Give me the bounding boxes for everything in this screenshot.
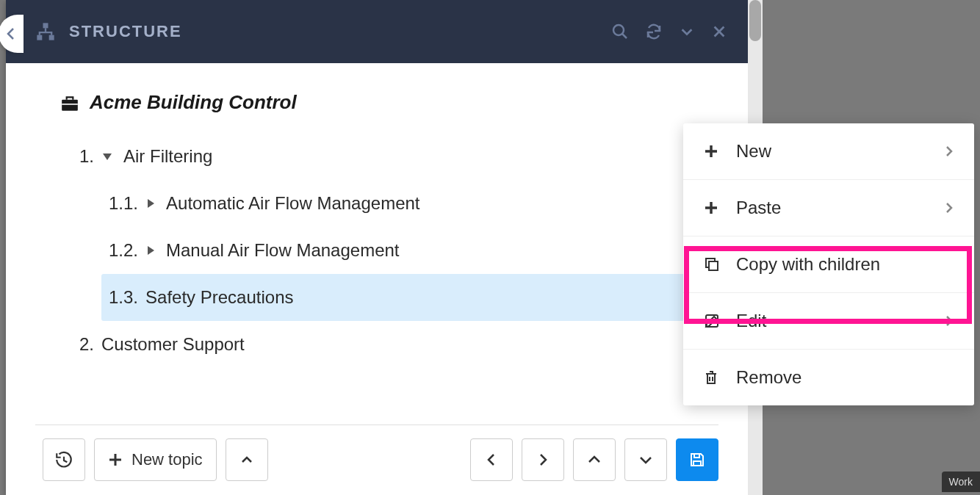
caret-right-icon[interactable] — [145, 198, 156, 209]
svg-rect-4 — [62, 99, 78, 110]
root-title: Acme Building Control — [90, 91, 297, 114]
svg-rect-0 — [43, 23, 48, 28]
caret-right-icon[interactable] — [145, 245, 156, 256]
node-label: Air Filtering — [123, 146, 212, 167]
nav-down-button[interactable] — [624, 438, 667, 481]
briefcase-icon — [60, 94, 79, 112]
new-topic-button[interactable]: New topic — [94, 438, 217, 481]
structure-panel: STRUCTURE — [6, 0, 748, 495]
node-label: Safety Precautions — [145, 287, 293, 308]
node-number: 2. — [79, 334, 94, 355]
nav-next-button[interactable] — [522, 438, 564, 481]
copy-icon — [704, 256, 736, 272]
nav-up-button[interactable] — [573, 438, 616, 481]
node-number: 1.2. — [109, 240, 138, 261]
node-label: Customer Support — [101, 334, 245, 355]
tree-node-1-2[interactable]: 1.2. Manual Air Flow Management — [43, 227, 718, 274]
chevron-right-icon — [945, 145, 954, 158]
tree-node-2[interactable]: 2. Customer Support — [43, 321, 718, 368]
plus-icon — [108, 452, 123, 467]
history-button[interactable] — [43, 438, 85, 481]
panel-title: STRUCTURE — [69, 22, 611, 41]
node-label: Automatic Air Flow Management — [166, 193, 419, 214]
footer-toolbar: New topic — [6, 425, 748, 494]
svg-rect-7 — [694, 454, 699, 458]
trash-icon — [704, 369, 736, 386]
svg-rect-2 — [49, 35, 54, 40]
menu-label: Paste — [736, 198, 945, 218]
structure-icon — [35, 21, 56, 42]
tree-area: Acme Building Control 1. Air Filtering 1… — [6, 63, 748, 408]
menu-item-copy-with-children[interactable]: Copy with children — [683, 236, 974, 293]
menu-item-edit[interactable]: Edit — [683, 293, 974, 350]
svg-rect-1 — [37, 35, 42, 40]
svg-point-3 — [613, 25, 624, 35]
node-number: 1.1. — [109, 193, 138, 214]
new-topic-label: New topic — [131, 450, 203, 469]
root-node[interactable]: Acme Building Control — [43, 85, 718, 133]
menu-item-new[interactable]: New — [683, 123, 974, 180]
collapse-panel-tab[interactable] — [0, 15, 24, 53]
node-number: 1.3. — [109, 287, 138, 308]
refresh-icon[interactable] — [645, 23, 663, 40]
svg-rect-5 — [62, 104, 78, 105]
close-icon[interactable] — [711, 24, 727, 40]
node-label: Manual Air Flow Management — [166, 240, 399, 261]
tree-node-1-3-selected[interactable]: 1.3. Safety Precautions — [101, 274, 718, 321]
menu-item-remove[interactable]: Remove — [683, 350, 974, 405]
svg-rect-6 — [693, 461, 701, 466]
node-number: 1. — [79, 146, 94, 167]
svg-rect-11 — [706, 315, 718, 327]
nav-group — [470, 438, 667, 481]
chevron-right-icon — [945, 201, 954, 214]
menu-label: Remove — [736, 367, 954, 388]
background-badge: Work — [942, 471, 980, 492]
panel-header: STRUCTURE — [6, 0, 748, 63]
menu-label: Edit — [736, 311, 945, 331]
menu-label: New — [736, 141, 945, 162]
header-actions — [611, 23, 727, 40]
plus-icon — [704, 200, 736, 215]
caret-down-icon[interactable] — [101, 151, 113, 162]
context-menu: New Paste Copy with children Edit — [683, 123, 974, 405]
chevron-down-icon[interactable] — [679, 24, 695, 40]
menu-item-paste[interactable]: Paste — [683, 180, 974, 236]
svg-rect-9 — [709, 261, 718, 270]
tree-node-1[interactable]: 1. Air Filtering — [43, 133, 718, 180]
scrollbar-thumb[interactable] — [749, 0, 761, 41]
chevron-right-icon — [945, 314, 954, 328]
new-topic-dropdown[interactable] — [226, 438, 268, 481]
menu-label: Copy with children — [736, 254, 954, 275]
save-button[interactable] — [676, 438, 718, 481]
plus-icon — [704, 144, 736, 159]
search-icon[interactable] — [611, 23, 629, 40]
tree-node-1-1[interactable]: 1.1. Automatic Air Flow Management — [43, 180, 718, 227]
nav-prev-button[interactable] — [470, 438, 513, 481]
edit-icon — [704, 313, 736, 329]
collapse-left-icon — [6, 27, 16, 40]
